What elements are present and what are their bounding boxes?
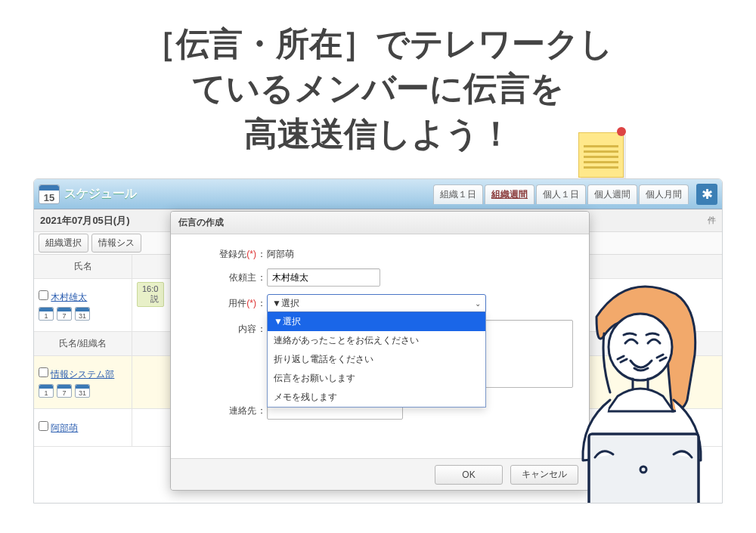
create-message-dialog: 伝言の作成 登録先(*) ： 阿部萌 依頼主 ： 用件(*) ：	[170, 211, 590, 491]
promo-headline: ［伝言・所在］でテレワークし ているメンバーに伝言を 高速送信しよう！	[0, 0, 756, 163]
recipient-label: 登録先	[219, 249, 246, 259]
headline-line: ているメンバーに伝言を	[45, 66, 711, 110]
requester-label: 依頼主	[184, 268, 256, 284]
dialog-title: 伝言の作成	[171, 212, 589, 234]
subject-option[interactable]: 伝言をお願いします	[268, 369, 485, 388]
required-mark: (*)	[246, 249, 256, 259]
required-mark: (*)	[246, 298, 256, 308]
chevron-down-icon: ⌄	[475, 299, 481, 308]
schedule-app-window: 15 スケジュール 組織１日 組織週間 個人１日 個人週間 個人月間 ✱ 202…	[33, 178, 723, 504]
subject-select[interactable]: ▼選択 ⌄	[267, 294, 486, 312]
headline-line: ［伝言・所在］でテレワークし	[45, 21, 711, 66]
ok-button[interactable]: OK	[435, 465, 503, 485]
subject-option[interactable]: 連絡があったことをお伝えください	[268, 331, 485, 350]
subject-option[interactable]: ▼選択	[268, 312, 485, 331]
dialog-button-bar: OK キャンセル	[171, 458, 589, 490]
recipient-value: 阿部萌	[267, 245, 575, 261]
content-label: 内容	[184, 320, 256, 336]
subject-option[interactable]: 折り返し電話をください	[268, 350, 485, 369]
cancel-button[interactable]: キャンセル	[510, 465, 578, 485]
subject-label: 用件	[228, 298, 246, 308]
modal-overlay: 伝言の作成 登録先(*) ： 阿部萌 依頼主 ： 用件(*) ：	[34, 179, 722, 503]
subject-dropdown: ▼選択 連絡があったことをお伝えください 折り返し電話をください 伝言をお願いし…	[267, 312, 486, 407]
requester-input[interactable]	[267, 268, 380, 287]
sticky-note-icon	[578, 132, 624, 178]
subject-option[interactable]: メモを残します	[268, 388, 485, 407]
contact-label: 連絡先	[184, 401, 256, 417]
